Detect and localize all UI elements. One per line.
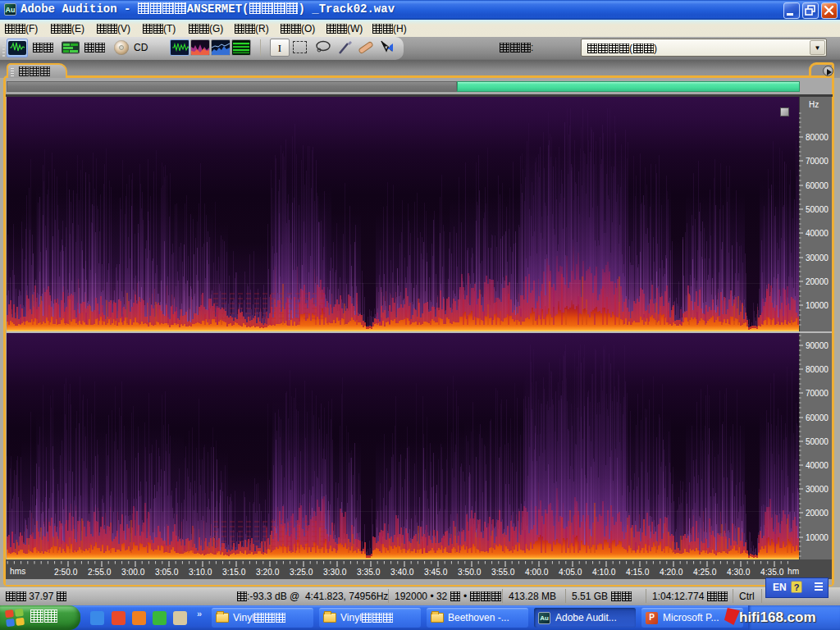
svg-text:3:00.0: 3:00.0	[121, 568, 145, 577]
svg-text:2:50.0: 2:50.0	[54, 568, 78, 577]
svg-text:4:10.0: 4:10.0	[592, 568, 616, 577]
svg-text:30000: 30000	[806, 485, 829, 494]
svg-text:4:15.0: 4:15.0	[626, 568, 650, 577]
svg-text:80000: 80000	[806, 133, 829, 142]
svg-text:60000: 60000	[806, 413, 829, 422]
svg-text:2:55.0: 2:55.0	[88, 568, 112, 577]
svg-text:4:25.0: 4:25.0	[693, 568, 717, 577]
svg-text:90000: 90000	[806, 341, 829, 350]
svg-text:70000: 70000	[806, 389, 829, 398]
svg-text:3:55.0: 3:55.0	[491, 568, 515, 577]
svg-text:80000: 80000	[806, 365, 829, 374]
svg-text:10000: 10000	[806, 301, 829, 310]
svg-text:4:05.0: 4:05.0	[559, 568, 582, 577]
svg-text:3:30.0: 3:30.0	[323, 568, 347, 577]
svg-text:3:20.0: 3:20.0	[256, 568, 280, 577]
svg-text:50000: 50000	[806, 437, 829, 446]
svg-text:10000: 10000	[806, 533, 829, 542]
svg-text:60000: 60000	[806, 181, 829, 190]
svg-text:hms: hms	[10, 567, 25, 576]
svg-text:20000: 20000	[806, 277, 829, 286]
svg-text:4:35.0: 4:35.0	[760, 568, 784, 577]
svg-text:3:35.0: 3:35.0	[357, 568, 381, 577]
svg-text:20000: 20000	[806, 509, 829, 518]
svg-text:3:25.0: 3:25.0	[290, 568, 313, 577]
svg-text:4:00.0: 4:00.0	[525, 568, 549, 577]
svg-text:70000: 70000	[806, 157, 829, 166]
svg-text:3:45.0: 3:45.0	[424, 568, 448, 577]
svg-text:3:40.0: 3:40.0	[390, 568, 414, 577]
svg-text:50000: 50000	[806, 205, 829, 214]
svg-text:hms: hms	[788, 567, 799, 576]
svg-text:40000: 40000	[806, 461, 829, 470]
svg-text:4:30.0: 4:30.0	[727, 568, 751, 577]
svg-text:3:05.0: 3:05.0	[155, 568, 179, 577]
svg-text:40000: 40000	[806, 229, 829, 238]
svg-text:3:10.0: 3:10.0	[189, 568, 212, 577]
svg-text:3:15.0: 3:15.0	[222, 568, 246, 577]
svg-text:3:50.0: 3:50.0	[458, 568, 482, 577]
svg-text:4:20.0: 4:20.0	[660, 568, 683, 577]
svg-text:30000: 30000	[806, 253, 829, 262]
svg-text:Hz: Hz	[809, 100, 819, 109]
